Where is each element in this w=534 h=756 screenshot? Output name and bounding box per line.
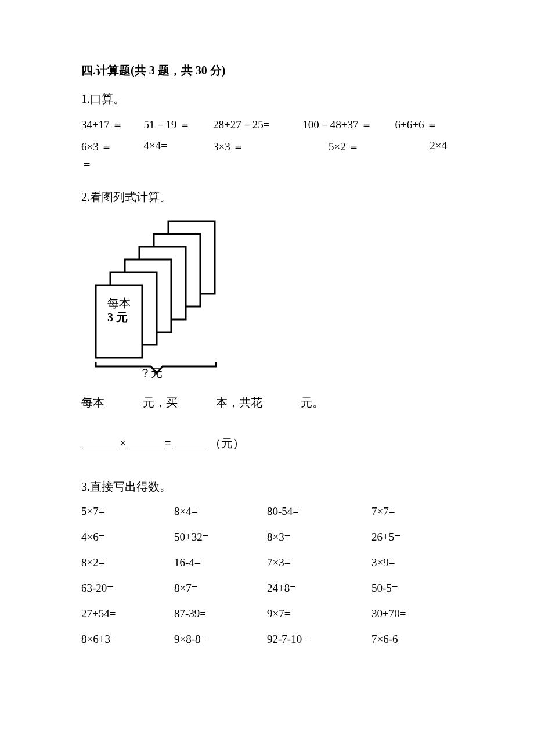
expr-cell: 24+8= [267,582,371,595]
fill-text: 元，买 [143,396,178,409]
expr-cell: 63-20= [81,582,174,595]
fill-text: 本，共花 [216,396,262,409]
q2-label: 2.看图列式计算。 [81,189,453,205]
fill-blank[interactable] [127,435,163,447]
expr-cell: 8×7= [174,582,267,595]
expr-cell: 8×4= [174,505,267,518]
expr-cell: 51－19 ＝ [144,117,213,132]
expr-cell: 80-54= [267,505,371,518]
fill-blank[interactable] [82,435,118,447]
expr-cell: 9×7= [267,607,371,620]
figure-per-label-2: 3 元 [107,311,128,323]
fill-text: 每本 [81,396,104,409]
q2-equation-line: ×=（元） [81,435,453,451]
q1-row1: 34+17 ＝ 51－19 ＝ 28+27－25= 100－48+37 ＝ 6+… [81,117,453,132]
expr-cell: 4×4= [144,139,213,154]
expr-cell: 3×9= [371,556,453,569]
fill-blank[interactable] [264,394,300,406]
expr-cell: 50-5= [371,582,453,595]
fill-blank[interactable] [179,394,215,406]
expr-cell: 6×3 ＝ [81,139,144,154]
expr-cell: 7×3= [267,556,371,569]
q2-fill-line: 每本元，买本，共花元。 [81,394,453,411]
op-equals: = [164,437,171,449]
books-illustration: 每本 3 元 ？元 [81,215,232,378]
expr-cell: 7×6-6= [371,633,453,646]
expr-cell: 28+27－25= [213,117,302,132]
expr-cell: 16-4= [174,556,267,569]
expr-cell: 8×2= [81,556,174,569]
section-title: 四.计算题(共 3 题，共 30 分) [81,63,453,78]
expr-cell: 87-39= [174,607,267,620]
expr-cell: 7×7= [371,505,453,518]
expr-cell: 8×6+3= [81,633,174,646]
unit-label: （元） [210,437,244,449]
q1-row2: 6×3 ＝ 4×4= 3×3 ＝ 5×2 ＝ 2×4 [81,139,453,154]
expr-cell: 92-7-10= [267,633,371,646]
expr-cell: 8×3= [267,531,371,543]
expr-cell: 50+32= [174,531,267,543]
expr-cell: 6+6+6 ＝ [395,117,453,132]
expr-cell: 2×4 [430,139,453,154]
expr-cell: 27+54= [81,607,174,620]
q1-row2-tail: ＝ [81,157,453,172]
q2-figure: 每本 3 元 ？元 [81,215,453,378]
q1-label: 1.口算。 [81,91,453,107]
expr-cell: 26+5= [371,531,453,543]
fill-text: 元。 [301,396,324,409]
expr-cell: 5×2 ＝ [329,139,430,154]
worksheet-page: 四.计算题(共 3 题，共 30 分) 1.口算。 34+17 ＝ 51－19 … [0,0,534,756]
expr-cell: 9×8-8= [174,633,267,646]
fill-blank[interactable] [106,394,142,406]
figure-bottom-label: ？元 [139,366,163,378]
figure-per-label-1: 每本 [107,297,131,309]
expr-cell: 100－48+37 ＝ [302,117,395,132]
expr-cell: 5×7= [81,505,174,518]
q3-label: 3.直接写出得数。 [81,479,453,495]
expr-cell: 30+70= [371,607,453,620]
q3-table: 5×7= 8×4= 80-54= 7×7= 4×6= 50+32= 8×3= 2… [81,505,453,646]
op-multiply: × [120,437,126,449]
fill-blank[interactable] [172,435,208,447]
expr-cell: 4×6= [81,531,174,543]
expr-cell: 3×3 ＝ [213,139,329,154]
expr-cell: 34+17 ＝ [81,117,144,132]
